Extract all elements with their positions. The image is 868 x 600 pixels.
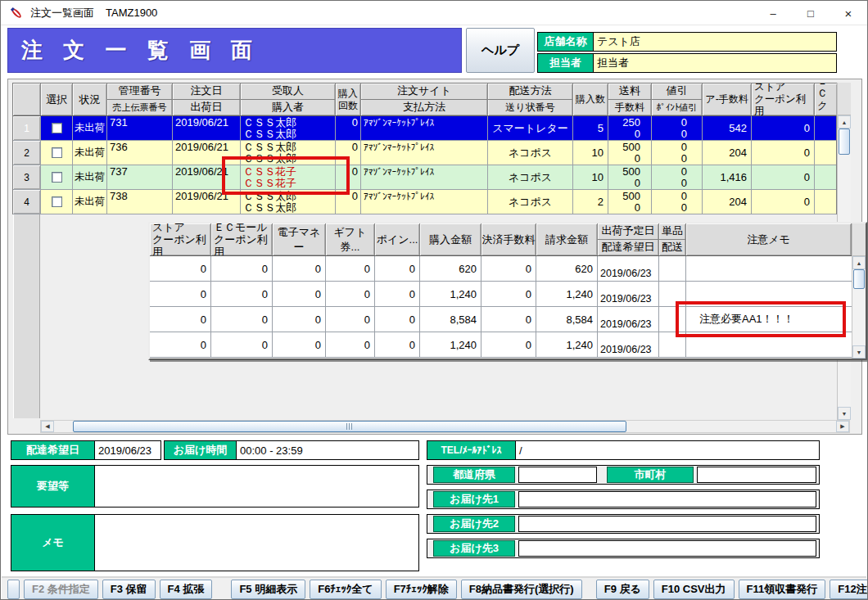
f9-back-button[interactable]: F9 戻る — [596, 580, 649, 599]
memo-field[interactable] — [95, 515, 418, 571]
window-title: 注文一覧画面 — [30, 6, 94, 20]
delivery-time-field[interactable]: 00:00 - 23:59 — [237, 441, 418, 459]
staff-field[interactable]: 担当者 — [594, 54, 836, 72]
store-coupon-cell: 0 — [752, 116, 815, 140]
col-a-fee: ア-手数料 — [703, 83, 752, 115]
f5-detail-button[interactable]: F5 明細表示 — [231, 580, 305, 599]
scroll-down-icon[interactable]: ▼ — [852, 345, 866, 359]
col-status: 状況 — [73, 83, 107, 115]
row-number: 4 — [13, 190, 41, 214]
ship-date-cell: 2019/06/23 — [598, 332, 659, 357]
detail-popup: ストアクーポン利用 ＥＣモールクーポン利用 電子マネー ギフト券... ポイン.… — [148, 222, 867, 360]
scroll-right-icon[interactable]: ▶ — [836, 421, 849, 432]
f12-order-list-button[interactable]: F12注文一覧発行 — [830, 580, 868, 599]
f6-check-all-button[interactable]: F6ﾁｪｯｸ全て — [310, 580, 381, 599]
col-select: 選択 — [41, 83, 73, 115]
scroll-left-icon[interactable]: ◀ — [41, 421, 54, 432]
tel-mail-field[interactable]: / — [516, 441, 819, 459]
col-purchase-amount: 購入金額 — [420, 223, 481, 255]
app-window: 注文一覧画面 TAMZ1900 – □ × 注 文 一 覧 画 面 ヘルプ 店舗… — [0, 0, 868, 600]
col-settlement-fee: 決済手数料 — [481, 223, 536, 255]
scroll-down-icon[interactable]: ▼ — [838, 407, 851, 420]
city-label: 市町村 — [607, 467, 694, 483]
prefecture-city-unit: 都道府県 市町村 — [427, 465, 820, 485]
scrollbar-track[interactable] — [54, 421, 836, 432]
minimize-button[interactable]: – — [754, 1, 792, 25]
address2-field[interactable] — [518, 516, 816, 532]
screen-title: 注 文 一 覧 画 面 — [8, 36, 260, 65]
delivery-date-field[interactable]: 2019/06/23 — [95, 441, 160, 459]
col-store-coupon: ストアクーポン利用 — [150, 223, 211, 255]
col-mgmt-no: 管理番号売上伝票番号 — [107, 83, 173, 115]
staff-unit: 担当者 担当者 — [537, 53, 837, 73]
memo-label: メモ — [11, 515, 95, 571]
f3-hold-button[interactable]: F3 保留 — [102, 580, 156, 599]
qty-cell: 10 — [573, 141, 608, 165]
times-cell: 0 — [336, 116, 361, 140]
horizontal-scrollbar[interactable]: ◀ ▶ — [40, 420, 850, 433]
detail-table-header: ストアクーポン利用 ＥＣモールクーポン利用 電子マネー ギフト券... ポイン.… — [150, 223, 852, 256]
ship-method-cell: ネコポス — [488, 165, 573, 189]
order-row[interactable]: 2 未出荷 736 2019/06/21 ＣＳＳ太郎ＣＳＳ太郎 0 ｱﾏｿﾞﾝﾏ… — [13, 141, 836, 165]
address3-label: お届け先3 — [433, 540, 515, 557]
scrollbar-thumb[interactable] — [853, 269, 865, 289]
select-cell[interactable] — [41, 165, 73, 189]
close-button[interactable]: × — [830, 1, 867, 25]
store-coupon-cell: 0 — [752, 190, 815, 214]
f8-delivery-slip-button[interactable]: F8納品書発行(選択行) — [461, 580, 582, 599]
site-cell: ｱﾏｿﾞﾝﾏｰｹｯﾄﾌﾟﾚｲｽ — [361, 190, 488, 214]
col-single-delivery: 単品配送 — [659, 223, 686, 255]
delivery-time-label: お届け時間 — [165, 441, 237, 459]
row-checkbox[interactable] — [52, 147, 62, 158]
col-postage: 送料手数料 — [608, 83, 652, 115]
f7-uncheck-button[interactable]: F7ﾁｪｯｸ解除 — [386, 580, 457, 599]
address3-field[interactable] — [518, 540, 816, 557]
col-emoney: 電子マネー — [273, 223, 326, 255]
store-name-label: 店舗名称 — [538, 33, 594, 51]
request-label: 要望等 — [11, 466, 95, 507]
col-ship-method: 配送方法送り状番号 — [488, 83, 573, 115]
order-row[interactable]: 4 未出荷 738 2019/06/21 ＣＳＳ太郎ＣＳＳ太郎 0 ｱﾏｿﾞﾝﾏ… — [13, 190, 836, 214]
col-purchase-times: 購入回数 — [336, 83, 361, 115]
address1-label: お届け先1 — [433, 491, 515, 508]
store-name-unit: 店舗名称 テスト店 — [537, 32, 837, 52]
scrollbar-thumb[interactable] — [839, 129, 850, 155]
f11-receipt-button[interactable]: F11領収書発行 — [739, 580, 826, 599]
order-row[interactable]: 3 未出荷 737 2019/06/21 ＣＳＳ花子ＣＳＳ花子 0 ｱﾏｿﾞﾝﾏ… — [13, 165, 836, 190]
help-button[interactable]: ヘルプ — [466, 28, 535, 73]
row-checkbox[interactable] — [52, 123, 62, 133]
site-cell: ｱﾏｿﾞﾝﾏｰｹｯﾄﾌﾟﾚｲｽ — [361, 116, 488, 140]
detail-row[interactable]: 0 0 0 0 0 620 0 620 2019/06/23 — [150, 256, 852, 282]
prefecture-field[interactable] — [518, 467, 597, 483]
qty-cell: 2 — [573, 190, 608, 214]
scroll-up-icon[interactable]: ▲ — [838, 115, 851, 129]
row-checkbox[interactable] — [52, 196, 62, 207]
row-number: 1 — [13, 116, 41, 140]
a-fee-cell: 542 — [703, 116, 752, 140]
blank-button — [7, 580, 20, 599]
postage-cell: 5000 — [608, 165, 652, 189]
scroll-up-icon[interactable]: ▲ — [852, 256, 866, 269]
select-cell[interactable] — [41, 141, 73, 165]
site-cell: ｱﾏｿﾞﾝﾏｰｹｯﾄﾌﾟﾚｲｽ — [361, 141, 488, 165]
address2-label: お届け先2 — [433, 516, 515, 532]
tel-mail-unit: TEL/ﾒｰﾙｱﾄﾞﾚｽ / — [427, 440, 820, 460]
select-cell[interactable] — [41, 190, 73, 214]
row-checkbox[interactable] — [52, 172, 62, 183]
address1-field[interactable] — [518, 491, 816, 508]
city-field[interactable] — [697, 467, 816, 483]
order-table-header: 選択 状況 管理番号売上伝票番号 注文日出荷日 受取人購入者 購入回数 注文サイ… — [13, 83, 836, 116]
f4-extend-button[interactable]: F4 拡張 — [160, 580, 213, 599]
order-row[interactable]: 1 未出荷 731 2019/06/21 ＣＳＳ太郎ＣＳＳ太郎 0 ｱﾏｿﾞﾝﾏ… — [13, 116, 836, 141]
ship-method-cell: ネコポス — [488, 190, 573, 214]
ship-date-cell: 2019/06/23 — [598, 282, 659, 306]
request-unit: 要望等 — [11, 465, 419, 508]
store-name-field[interactable]: テスト店 — [594, 33, 836, 51]
detail-table: ストアクーポン利用 ＥＣモールクーポン利用 電子マネー ギフト券... ポイン.… — [150, 223, 852, 358]
maximize-button[interactable]: □ — [792, 1, 830, 25]
detail-vertical-scrollbar[interactable]: ▲ ▼ — [852, 223, 866, 359]
f10-csv-button[interactable]: F10 CSV出力 — [653, 580, 735, 599]
select-cell[interactable] — [41, 116, 73, 140]
scrollbar-thumb[interactable] — [73, 421, 626, 432]
request-field[interactable] — [95, 466, 418, 507]
